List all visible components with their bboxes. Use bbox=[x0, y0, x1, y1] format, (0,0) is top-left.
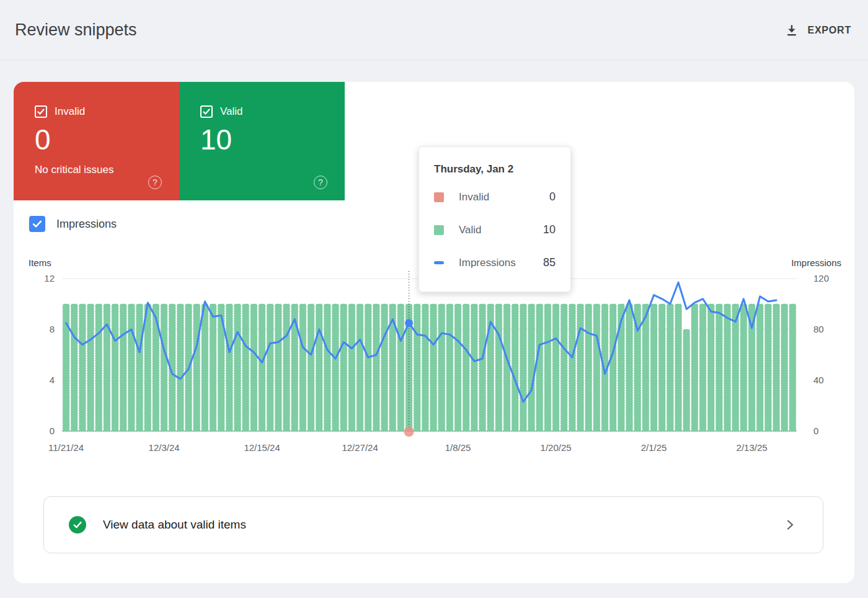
invalid-status-card[interactable]: Invalid 0 No critical issues ? bbox=[14, 82, 179, 200]
tooltip-invalid-value: 0 bbox=[549, 190, 556, 203]
valid-bar[interactable] bbox=[781, 304, 788, 431]
valid-bar[interactable] bbox=[128, 304, 135, 431]
valid-bar[interactable] bbox=[136, 304, 143, 431]
download-icon bbox=[785, 24, 799, 37]
invalid-card-label: Invalid bbox=[55, 105, 85, 118]
valid-bar[interactable] bbox=[79, 304, 86, 431]
valid-bar[interactable] bbox=[414, 304, 420, 431]
valid-bar[interactable] bbox=[699, 304, 706, 431]
valid-bar[interactable] bbox=[658, 304, 665, 431]
valid-bar[interactable] bbox=[161, 304, 167, 431]
valid-bar[interactable] bbox=[536, 304, 543, 431]
valid-bar[interactable] bbox=[365, 304, 371, 431]
valid-bar[interactable] bbox=[71, 304, 78, 431]
valid-bar[interactable] bbox=[765, 304, 772, 431]
valid-bar[interactable] bbox=[503, 304, 510, 431]
valid-bar[interactable] bbox=[177, 304, 184, 431]
valid-bar[interactable] bbox=[707, 304, 714, 431]
valid-bar[interactable] bbox=[560, 304, 567, 431]
valid-bar[interactable] bbox=[144, 304, 151, 431]
valid-bar[interactable] bbox=[569, 304, 576, 431]
invalid-swatch-icon bbox=[434, 192, 444, 202]
valid-bar[interactable] bbox=[675, 304, 682, 431]
valid-bar[interactable] bbox=[650, 304, 657, 431]
valid-bar[interactable] bbox=[267, 304, 273, 431]
valid-checkbox[interactable] bbox=[200, 105, 213, 118]
valid-bar[interactable] bbox=[259, 304, 265, 431]
valid-bar[interactable] bbox=[332, 304, 339, 431]
valid-bar[interactable] bbox=[226, 304, 233, 431]
valid-bar[interactable] bbox=[104, 304, 110, 431]
valid-bar[interactable] bbox=[732, 304, 739, 431]
valid-bar[interactable] bbox=[340, 304, 347, 431]
valid-bar[interactable] bbox=[552, 304, 559, 431]
valid-bar[interactable] bbox=[210, 304, 216, 431]
valid-bar[interactable] bbox=[250, 304, 257, 431]
valid-bar[interactable] bbox=[512, 304, 518, 431]
valid-bar[interactable] bbox=[242, 304, 249, 431]
valid-bar[interactable] bbox=[316, 304, 322, 431]
valid-bar[interactable] bbox=[642, 304, 649, 431]
valid-bar[interactable] bbox=[528, 304, 535, 431]
valid-help-icon[interactable]: ? bbox=[314, 176, 327, 189]
valid-bar[interactable] bbox=[756, 304, 763, 431]
valid-bar[interactable] bbox=[626, 304, 633, 431]
valid-bar[interactable] bbox=[422, 304, 429, 431]
impressions-toggle[interactable]: Impressions bbox=[29, 216, 117, 232]
valid-bar[interactable] bbox=[463, 304, 469, 431]
view-valid-items-link[interactable]: View data about valid items bbox=[43, 496, 823, 553]
valid-bar[interactable] bbox=[495, 304, 502, 431]
valid-bar[interactable] bbox=[471, 304, 478, 431]
valid-bar[interactable] bbox=[683, 329, 690, 431]
invalid-help-icon[interactable]: ? bbox=[148, 176, 162, 189]
valid-bar[interactable] bbox=[308, 304, 314, 431]
valid-bar[interactable] bbox=[691, 304, 698, 431]
valid-bar[interactable] bbox=[381, 304, 388, 431]
valid-bar[interactable] bbox=[275, 304, 282, 431]
valid-bar[interactable] bbox=[87, 304, 94, 431]
chart-tooltip: Thursday, Jan 2 Invalid 0 Valid 10 Impre… bbox=[418, 146, 571, 292]
valid-bar[interactable] bbox=[234, 304, 241, 431]
impressions-checkbox[interactable] bbox=[29, 216, 45, 232]
valid-bar[interactable] bbox=[120, 304, 126, 431]
valid-bar[interactable] bbox=[446, 304, 453, 431]
valid-bar[interactable] bbox=[577, 304, 584, 431]
invalid-checkbox[interactable] bbox=[35, 105, 47, 118]
valid-bar[interactable] bbox=[609, 304, 616, 431]
valid-bar[interactable] bbox=[585, 304, 592, 431]
valid-bar[interactable] bbox=[667, 304, 674, 431]
export-button[interactable]: EXPORT bbox=[785, 19, 851, 42]
valid-bar[interactable] bbox=[773, 304, 780, 431]
valid-bar[interactable] bbox=[479, 304, 486, 431]
valid-status-card[interactable]: Valid 10 ? bbox=[179, 82, 345, 200]
valid-bar[interactable] bbox=[544, 304, 551, 431]
valid-bar[interactable] bbox=[95, 304, 102, 431]
valid-bar[interactable] bbox=[283, 304, 290, 431]
valid-bar[interactable] bbox=[348, 304, 355, 431]
valid-bar[interactable] bbox=[153, 304, 159, 431]
valid-bar[interactable] bbox=[202, 304, 208, 431]
valid-bar[interactable] bbox=[397, 304, 404, 431]
valid-bar[interactable] bbox=[430, 304, 437, 431]
valid-bar[interactable] bbox=[593, 304, 600, 431]
valid-bar[interactable] bbox=[520, 304, 527, 431]
export-label: EXPORT bbox=[807, 25, 851, 36]
view-valid-items-label: View data about valid items bbox=[103, 518, 783, 532]
valid-bar[interactable] bbox=[724, 304, 731, 431]
valid-bar[interactable] bbox=[789, 304, 796, 431]
valid-bar[interactable] bbox=[299, 304, 306, 431]
x-axis-label: 11/21/24 bbox=[48, 442, 84, 453]
valid-bar[interactable] bbox=[324, 304, 331, 431]
valid-card-label: Valid bbox=[220, 105, 243, 118]
valid-bar[interactable] bbox=[740, 304, 747, 431]
valid-bar[interactable] bbox=[454, 304, 461, 431]
tooltip-valid-value: 10 bbox=[543, 223, 556, 236]
valid-bar[interactable] bbox=[716, 304, 723, 431]
valid-bar[interactable] bbox=[112, 304, 118, 431]
valid-bar[interactable] bbox=[356, 304, 363, 431]
valid-bar[interactable] bbox=[373, 304, 380, 431]
x-axis-label: 1/20/25 bbox=[541, 442, 572, 453]
valid-bar[interactable] bbox=[438, 304, 445, 431]
impressions-swatch-icon bbox=[434, 261, 444, 264]
valid-bar[interactable] bbox=[193, 304, 200, 431]
